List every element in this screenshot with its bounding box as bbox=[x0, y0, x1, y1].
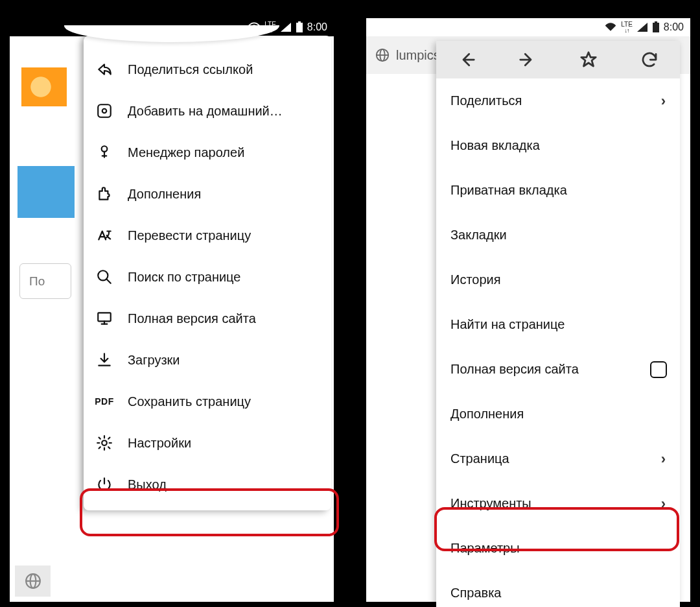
browser-menu: Поделиться ссылкой Добавить на домашний…… bbox=[84, 36, 331, 510]
signal-icon bbox=[280, 22, 292, 32]
menu-label: Параметры bbox=[450, 541, 520, 556]
pdf-icon: PDF bbox=[95, 392, 113, 411]
puzzle-icon bbox=[95, 185, 113, 203]
chevron-right-icon: › bbox=[661, 495, 666, 512]
menu-parameters[interactable]: Параметры bbox=[436, 526, 680, 571]
menu-label: Поделиться bbox=[450, 93, 522, 108]
power-icon bbox=[95, 475, 113, 494]
menu-nav-row bbox=[436, 41, 680, 78]
add-home-icon bbox=[95, 102, 113, 120]
translate-icon bbox=[95, 226, 113, 244]
signal-icon bbox=[636, 22, 648, 32]
forward-button[interactable] bbox=[516, 48, 539, 71]
site-logo bbox=[21, 67, 67, 106]
menu-label: Инструменты bbox=[450, 496, 531, 511]
svg-point-7 bbox=[102, 109, 107, 113]
menu-history[interactable]: История bbox=[436, 257, 680, 302]
menu-downloads[interactable]: Загрузки bbox=[84, 339, 331, 381]
menu-label: Страница bbox=[450, 451, 509, 466]
globe-icon bbox=[375, 48, 390, 62]
menu-add-home[interactable]: Добавить на домашний… bbox=[84, 90, 331, 132]
svg-rect-11 bbox=[98, 313, 111, 321]
menu-label: Справка bbox=[450, 586, 501, 601]
menu-label: Менеджер паролей bbox=[128, 145, 244, 160]
menu-label: Приватная вкладка bbox=[450, 183, 567, 198]
menu-label: Перевести страницу bbox=[128, 228, 251, 243]
back-button[interactable] bbox=[455, 48, 478, 71]
lte-indicator: LTE↓↑ bbox=[621, 21, 633, 34]
menu-save-page[interactable]: PDF Сохранить страницу bbox=[84, 381, 331, 422]
menu-help[interactable]: Справка bbox=[436, 571, 680, 607]
menu-new-tab[interactable]: Новая вкладка bbox=[436, 123, 680, 168]
menu-label: История bbox=[450, 272, 501, 287]
menu-bookmarks[interactable]: Закладки bbox=[436, 213, 680, 257]
menu-exit[interactable]: Выход bbox=[84, 464, 331, 505]
globe-icon bbox=[25, 573, 41, 589]
menu-translate[interactable]: Перевести страницу bbox=[84, 215, 331, 256]
svg-rect-1 bbox=[296, 23, 303, 32]
search-icon bbox=[95, 268, 113, 286]
svg-point-8 bbox=[102, 146, 108, 152]
battery-icon bbox=[296, 21, 303, 33]
gear-icon bbox=[95, 434, 113, 452]
share-icon bbox=[95, 60, 113, 78]
chevron-right-icon: › bbox=[661, 93, 666, 110]
menu-settings[interactable]: Настройки bbox=[84, 422, 331, 464]
menu-label: Сохранить страницу bbox=[128, 394, 251, 409]
blue-banner bbox=[18, 166, 75, 218]
menu-label: Закладки bbox=[450, 228, 507, 243]
menu-share[interactable]: Поделиться › bbox=[436, 78, 680, 123]
status-bar: LTE↓↑ 8:00 bbox=[366, 18, 690, 36]
svg-line-10 bbox=[106, 279, 111, 283]
menu-tools[interactable]: Инструменты › bbox=[436, 481, 680, 526]
battery-icon bbox=[652, 21, 660, 33]
menu-page[interactable]: Страница › bbox=[436, 436, 680, 481]
menu-label: Дополнения bbox=[450, 407, 524, 422]
menu-label: Поделиться ссылкой bbox=[128, 62, 253, 77]
bottom-tab-globe[interactable] bbox=[15, 565, 51, 597]
phone-right: LTE↓↑ 8:00 lumpics. Поделиться › Новая в… bbox=[366, 18, 690, 602]
menu-label: Полная версия сайта bbox=[450, 362, 579, 377]
svg-rect-6 bbox=[98, 104, 111, 117]
svg-rect-16 bbox=[655, 21, 657, 23]
search-input[interactable]: По bbox=[19, 263, 71, 299]
menu-label: Загрузки bbox=[128, 353, 180, 368]
menu-private-tab[interactable]: Приватная вкладка bbox=[436, 168, 680, 213]
search-placeholder: По bbox=[29, 274, 45, 289]
menu-desktop-version[interactable]: Полная версия сайта bbox=[436, 347, 680, 392]
menu-label: Выход bbox=[128, 477, 167, 492]
menu-notch bbox=[64, 25, 279, 42]
svg-rect-2 bbox=[298, 21, 301, 23]
clock: 8:00 bbox=[664, 21, 684, 33]
download-icon bbox=[95, 351, 113, 369]
menu-password-manager[interactable]: Менеджер паролей bbox=[84, 132, 331, 173]
menu-label: Дополнения bbox=[128, 187, 201, 202]
svg-rect-15 bbox=[653, 23, 659, 32]
menu-label: Поиск по странице bbox=[128, 270, 240, 285]
monitor-icon bbox=[95, 309, 113, 327]
checkbox[interactable] bbox=[650, 361, 667, 378]
menu-label: Добавить на домашний… bbox=[128, 104, 283, 119]
chevron-right-icon: › bbox=[661, 451, 666, 468]
svg-point-14 bbox=[102, 440, 107, 446]
key-icon bbox=[95, 143, 113, 161]
menu-label: Настройки bbox=[128, 436, 191, 451]
menu-addons[interactable]: Дополнения bbox=[84, 173, 331, 215]
menu-find-in-page[interactable]: Найти на странице bbox=[436, 302, 680, 347]
menu-addons[interactable]: Дополнения bbox=[436, 392, 680, 436]
reload-button[interactable] bbox=[638, 48, 661, 71]
bookmark-button[interactable] bbox=[577, 48, 600, 71]
menu-label: Найти на странице bbox=[450, 317, 565, 332]
menu-label: Новая вкладка bbox=[450, 138, 540, 153]
browser-menu: Поделиться › Новая вкладка Приватная вкл… bbox=[436, 41, 680, 607]
clock: 8:00 bbox=[307, 21, 327, 33]
menu-find-in-page[interactable]: Поиск по странице bbox=[84, 256, 331, 298]
menu-desktop-version[interactable]: Полная версия сайта bbox=[84, 298, 331, 339]
menu-label: Полная версия сайта bbox=[128, 311, 256, 326]
phone-left: LTE↓↑ 8:00 По Поделиться ссылкой Добавит… bbox=[10, 18, 334, 602]
menu-share-link[interactable]: Поделиться ссылкой bbox=[84, 49, 331, 90]
wifi-icon bbox=[604, 22, 617, 32]
